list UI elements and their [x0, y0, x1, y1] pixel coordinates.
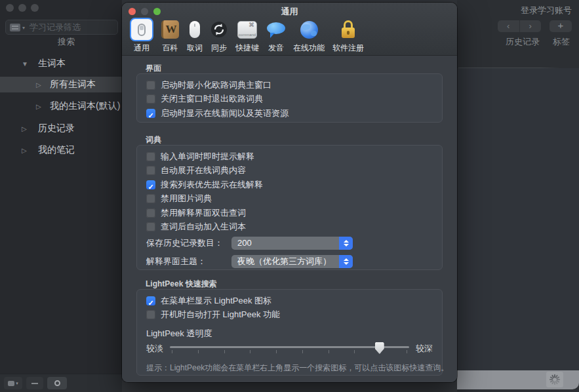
tab-wikipedia[interactable]: W 百科: [157, 18, 183, 54]
checkbox-checked[interactable]: [146, 296, 155, 305]
checkbox-label: 搜索列表优先提示在线解释: [161, 179, 263, 191]
slider-track[interactable]: [170, 346, 409, 348]
toolbar-item-label: 百科: [163, 43, 178, 54]
mouse-icon: [190, 21, 200, 38]
sidebar-item-my-wordbook[interactable]: ▷ 我的生词本(默认): [0, 98, 122, 114]
wikipedia-icon: W: [161, 20, 179, 39]
sidebar: ▾ 搜索 ▼ 生词本 ▷ 所有生词本 ▷ 我的生词本(默认) ▷ 历史记录 ▷ …: [0, 0, 122, 392]
back-button[interactable]: ‹: [498, 20, 520, 32]
settings-row: 输入单词时即时提示解释: [146, 149, 433, 164]
dropdown-stepper-icon: [339, 255, 353, 268]
settings-row: 启动时显示在线新闻以及英语资源: [146, 106, 433, 121]
sidebar-item-all-wordbooks[interactable]: ▷ 所有生词本: [0, 77, 122, 92]
theme-dropdown[interactable]: 夜晚（优化第三方词库）: [231, 255, 353, 268]
checkbox-label: 关闭主窗口时退出欧路词典: [161, 93, 263, 105]
checkbox[interactable]: [146, 81, 155, 90]
slider-ticks: [172, 350, 407, 353]
circle-icon: [54, 380, 60, 386]
forward-button[interactable]: ›: [520, 20, 542, 32]
search-input[interactable]: [30, 20, 115, 34]
checkbox-checked[interactable]: [146, 109, 155, 118]
definition-pane: [457, 68, 579, 370]
dropdown-stepper-icon: [339, 237, 353, 250]
preferences-dialog: 通用 通用 W 百科 取词: [122, 3, 457, 382]
settings-row: 禁用图片词典: [146, 192, 433, 206]
add-wordbook-button[interactable]: ▾: [4, 377, 22, 389]
tab-online-features[interactable]: 在线功能: [289, 18, 329, 54]
settings-row: 禁用解释界面双击查词: [146, 206, 433, 220]
filter-dropdown-icon[interactable]: [10, 24, 20, 31]
window-zoom-button[interactable]: [31, 4, 39, 12]
window-minimize-button[interactable]: [18, 4, 26, 12]
right-panel: 登录学习账号 ‹ › + 历史记录 标签: [457, 0, 579, 392]
slider-tick: [224, 350, 225, 353]
view-toggle-button[interactable]: [47, 377, 67, 389]
checkbox[interactable]: [146, 94, 155, 104]
popup-label: 保存历史记录数目：: [146, 237, 231, 249]
checkbox[interactable]: [146, 310, 155, 319]
tab-shortcuts[interactable]: ⌘ command 快捷键: [231, 18, 263, 54]
settings-row: 解释界面主题： 夜晚（优化第三方词库）: [146, 254, 433, 269]
disclosure-right-icon[interactable]: ▷: [36, 103, 44, 110]
tab-general[interactable]: 通用: [126, 18, 157, 54]
command-key-icon: ⌘ command: [237, 21, 257, 39]
toolbar-item-label: 在线功能: [293, 43, 325, 54]
globe-icon: [300, 21, 318, 39]
checkbox[interactable]: [146, 194, 155, 203]
nav-segmented-control: ‹ ›: [498, 20, 541, 32]
tags-caption: 标签: [553, 36, 570, 48]
chevron-down-icon: ▾: [16, 381, 18, 386]
checkbox[interactable]: [146, 208, 155, 218]
section-title-interface: 界面: [146, 63, 161, 74]
slider-tick: [172, 350, 172, 353]
add-button[interactable]: +: [549, 20, 572, 32]
remove-button[interactable]: [26, 377, 43, 389]
history-count-dropdown[interactable]: 200: [231, 237, 353, 250]
checkbox-label: 启动时最小化欧路词典主窗口: [161, 79, 271, 91]
sync-icon: [210, 21, 228, 38]
settings-row: 开机时自动打开 LightPeek 功能: [146, 308, 433, 323]
checkbox[interactable]: [146, 166, 155, 175]
sidebar-item-wordbooks[interactable]: ▼ 生词本: [0, 56, 122, 71]
disclosure-down-icon[interactable]: ▼: [22, 60, 30, 68]
toolbar-item-label: 同步: [211, 43, 227, 54]
search-box[interactable]: ▾: [5, 20, 118, 35]
wordbook-icon: [8, 381, 14, 386]
loading-bar: [457, 370, 579, 389]
tab-word-capture[interactable]: 取词: [183, 18, 207, 54]
toolbar-item-label: 软件注册: [332, 43, 364, 54]
sidebar-item-history[interactable]: ▷ 历史记录: [0, 121, 122, 136]
dropdown-value: 夜晚（优化第三方词库）: [237, 255, 331, 268]
toolbar-item-label: 快捷键: [235, 43, 259, 54]
opacity-slider[interactable]: [170, 341, 409, 357]
group-box-interface: 启动时最小化欧路词典主窗口 关闭主窗口时退出欧路词典 启动时显示在线新闻以及英语…: [136, 73, 443, 123]
checkbox-label: 禁用图片词典: [161, 193, 212, 205]
tab-registration[interactable]: 软件注册: [329, 18, 368, 54]
checkbox[interactable]: [146, 152, 155, 161]
command-word: command: [238, 33, 256, 37]
sidebar-bottom-bar: ▾: [0, 374, 122, 392]
window-close-button[interactable]: [6, 4, 14, 12]
slider-tick: [407, 350, 407, 353]
slider-tick: [250, 350, 250, 353]
minus-icon: [31, 383, 38, 384]
slider-tick: [302, 350, 303, 353]
settings-row: 搜索列表优先提示在线解释: [146, 178, 433, 192]
tree-label: 我的笔记: [38, 144, 75, 156]
lightpeek-tip: 提示：LightPeek功能会在菜单栏右上角显示一个搜索图标，可以点击该图标快速…: [146, 363, 433, 374]
checkbox-label: 禁用解释界面双击查词: [161, 207, 246, 219]
slider-tick: [329, 350, 329, 353]
disclosure-right-icon[interactable]: ▷: [36, 81, 44, 88]
checkbox[interactable]: [146, 222, 155, 231]
login-link[interactable]: 登录学习账号: [521, 5, 572, 16]
tab-sync[interactable]: 同步: [207, 18, 231, 54]
slider-tick: [276, 350, 277, 353]
sidebar-item-my-notes[interactable]: ▷ 我的笔记: [0, 142, 122, 158]
tab-pronunciation[interactable]: 发音: [263, 18, 289, 54]
disclosure-right-icon[interactable]: ▷: [22, 147, 30, 154]
popup-label: 解释界面主题：: [146, 256, 231, 267]
checkbox-label: 输入单词时即时提示解释: [161, 151, 254, 163]
checkbox-checked[interactable]: [146, 180, 155, 189]
disclosure-right-icon[interactable]: ▷: [22, 125, 30, 132]
group-box-lightpeek: 在菜单栏显示 LightPeek 图标 开机时自动打开 LightPeek 功能…: [136, 289, 443, 376]
